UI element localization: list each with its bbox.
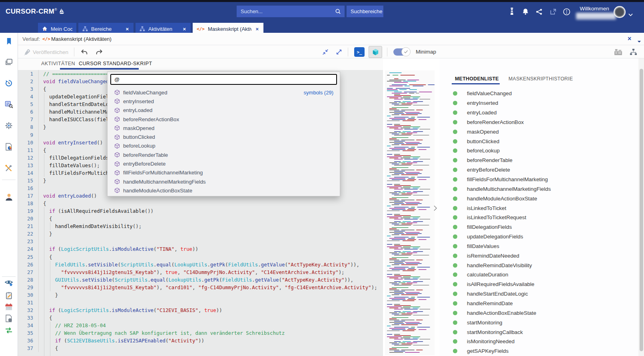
autocomplete-item-handleModuleActionBoxState[interactable]: handleModuleActionBoxState	[108, 186, 340, 195]
notifications-bell-icon[interactable]	[520, 7, 530, 16]
publish-rocket-icon[interactable]	[22, 47, 32, 57]
autocomplete-item-beforeLookup[interactable]: beforeLookup	[108, 142, 340, 150]
method-item-handleModuleActionBoxState[interactable]: handleModuleActionBoxState	[440, 194, 638, 203]
method-item-beforeRenderActionBox[interactable]: beforeRenderActionBox	[440, 118, 638, 127]
autocomplete-item-fillFieldsForMultichannelMarketing[interactable]: fillFieldsForMultichannelMarketing	[108, 168, 340, 177]
sidebar-item-eye-star-icon[interactable]	[2, 276, 16, 289]
autocomplete-item-fieldValueChanged[interactable]: fieldValueChangedsymbols (29)	[108, 88, 340, 97]
undo-icon[interactable]	[79, 47, 89, 57]
method-item-buttonClicked[interactable]: buttonClicked	[440, 136, 638, 146]
collapse-editor-icon[interactable]	[321, 47, 330, 57]
method-item-isLinkedToTicketRequest[interactable]: isLinkedToTicketRequest	[440, 213, 638, 222]
method-item-fieldValueChanged[interactable]: fieldValueChanged	[440, 89, 638, 98]
code-line-27[interactable]: 27 "fvvvvvvs8i41j1i2gtenu1S_Keytab"), tr…	[18, 268, 383, 276]
code-line-30[interactable]: 30 }	[18, 291, 383, 299]
close-icon[interactable]: ×	[628, 35, 631, 42]
editor-tab-aktivit-ten[interactable]: AKTIVITÄTEN	[41, 61, 75, 66]
sidebar-item-person-icon[interactable]	[2, 190, 16, 203]
code-line-32[interactable]: 32 if (LogicScriptUtils.isModuleActive("…	[18, 306, 383, 314]
console-terminal-icon[interactable]: >_	[354, 47, 365, 57]
method-item-handleRemindDate[interactable]: handleRemindDate	[440, 299, 638, 308]
sidebar-item-windows-icon[interactable]	[2, 56, 16, 68]
sidebar-item-report-doc-icon[interactable]	[2, 140, 16, 153]
scrollbar-thumb[interactable]	[640, 69, 643, 351]
code-line-33[interactable]: 33 {	[18, 314, 383, 322]
share-icon[interactable]	[534, 7, 544, 16]
code-line-26[interactable]: 26 FieldUtils.setVisible(ScriptUtils.equ…	[18, 261, 383, 268]
method-item-handleActionBoxEnableState[interactable]: handleActionBoxEnableState	[440, 308, 638, 318]
method-item-entryLoaded[interactable]: entryLoaded	[440, 108, 638, 118]
autocomplete-query-input[interactable]	[110, 74, 337, 85]
redo-icon[interactable]	[94, 47, 104, 57]
code-line-23[interactable]: 23	[18, 238, 383, 245]
lighthouse-icon[interactable]	[507, 7, 516, 16]
method-item-fillDelegationFields[interactable]: fillDelegationFields	[440, 222, 638, 232]
expand-editor-icon[interactable]	[334, 47, 344, 57]
code-line-28[interactable]: 28 GUIUtils.setVisible(ScriptUtils.equal…	[18, 276, 383, 284]
sidebar-item-search-doc-icon[interactable]	[2, 98, 16, 111]
info-menu-icon[interactable]	[562, 7, 571, 16]
method-item-isAllRequiredFieldsAvailable[interactable]: isAllRequiredFieldsAvailable	[440, 280, 638, 289]
method-item-isRemindDateNeeded[interactable]: isRemindDateNeeded	[440, 251, 638, 260]
org-chart-icon[interactable]	[628, 47, 638, 57]
method-item-handleStartEndDateLogic[interactable]: handleStartEndDateLogic	[440, 289, 638, 299]
minimap-toggle[interactable]	[393, 48, 409, 56]
autocomplete-item-beforeRenderTable[interactable]: beforeRenderTable	[108, 150, 340, 159]
method-item-beforeLookup[interactable]: beforeLookup	[440, 146, 638, 156]
history-dropdown-chevron-icon[interactable]	[637, 38, 641, 45]
sidebar-item-doc-gear-icon[interactable]	[2, 312, 16, 325]
publish-button[interactable]: Veröffentlichen	[33, 49, 68, 55]
search-input[interactable]	[237, 8, 335, 14]
code-line-20[interactable]: 20 {	[18, 215, 383, 222]
method-item-startMonitoring[interactable]: startMonitoring	[440, 318, 638, 327]
method-item-beforeRenderTable[interactable]: beforeRenderTable	[440, 156, 638, 165]
autocomplete-item-handleMultichannelMarketingFields[interactable]: handleMultichannelMarketingFields	[108, 177, 340, 186]
editor-tab-cursor-standard-skript[interactable]: CURSOR STANDARD-SKRIPT	[79, 61, 152, 66]
code-line-29[interactable]: 29 "fvvvvvvs8i41j1i2gtenu1S_Keytab"), "c…	[18, 284, 383, 291]
method-item-handleMultichannelMarketingFields[interactable]: handleMultichannelMarketingFields	[440, 184, 638, 194]
autocomplete-item-entryInserted[interactable]: entryInserted	[108, 97, 340, 106]
code-line-24[interactable]: 24 if (LogicScriptUtils.isModuleActive("…	[18, 245, 383, 253]
code-line-18[interactable]: 18{	[18, 200, 383, 207]
code-line-19[interactable]: 19 if (isAllRequiredFieldsAvailable())	[18, 207, 383, 215]
autocomplete-item-buttonClicked[interactable]: buttonClicked	[108, 132, 340, 141]
symbols-cube-toggle[interactable]	[369, 46, 382, 58]
method-item-isMonitoringNeeded[interactable]: isMonitoringNeeded	[440, 337, 638, 346]
code-line-36[interactable]: 36 if (SC12EVIBaseUtils.isEVI2SAPEnabled…	[18, 337, 383, 344]
sidebar-item-sync-arrows-icon[interactable]	[2, 324, 16, 337]
close-tab-icon[interactable]: ×	[255, 26, 259, 32]
method-item-updateDelegationFields[interactable]: updateDelegationFields	[440, 232, 638, 242]
sidebar-item-tools-icon[interactable]	[2, 162, 16, 174]
method-item-getSAPKeyFields[interactable]: getSAPKeyFields	[440, 346, 638, 356]
autocomplete-item-maskOpened[interactable]: maskOpened	[108, 124, 340, 132]
code-line-21[interactable]: 21 handleRemindDateVisibility();	[18, 222, 383, 230]
open-external-icon[interactable]	[548, 7, 558, 16]
panel-expand-chevron-icon[interactable]	[432, 202, 439, 214]
method-item-fillFieldsForMultichannelMarketing[interactable]: fillFieldsForMultichannelMarketing	[440, 175, 638, 184]
panel-tab-maskenskripthistorie[interactable]: MASKENSKRIPTHISTORIE	[508, 76, 573, 82]
close-tab-icon[interactable]: ×	[125, 26, 130, 32]
method-item-calculateDuration[interactable]: calculateDuration	[440, 270, 638, 280]
sidebar-item-history-icon[interactable]	[2, 77, 16, 90]
sidebar-item-process-gear-icon[interactable]	[2, 119, 16, 132]
autocomplete-item-entryLoaded[interactable]: entryLoaded	[108, 106, 340, 115]
method-item-entryInserted[interactable]: entryInserted	[440, 98, 638, 108]
method-item-handleRemindDateVisibility[interactable]: handleRemindDateVisibility	[440, 260, 638, 270]
code-minimap[interactable]	[385, 70, 435, 355]
method-item-isLinkedToTicket[interactable]: isLinkedToTicket	[440, 203, 638, 213]
code-line-25[interactable]: 25 {	[18, 253, 383, 261]
method-item-fillDateValues[interactable]: fillDateValues	[440, 242, 638, 251]
code-line-22[interactable]: 22 }	[18, 230, 383, 238]
method-item-entryBeforeDelete[interactable]: entryBeforeDelete	[440, 165, 638, 175]
code-line-37[interactable]: 37 {	[18, 344, 383, 352]
sidebar-item-calendar-icon[interactable]	[2, 300, 16, 313]
search-icon[interactable]	[335, 8, 345, 14]
method-item-startMonitoringCallback[interactable]: startMonitoringCallback	[440, 327, 638, 337]
code-line-34[interactable]: 34 // HRZ 2018-05-04	[18, 322, 383, 329]
user-menu-chevron-icon[interactable]	[628, 11, 633, 18]
method-item-maskOpened[interactable]: maskOpened	[440, 127, 638, 136]
code-line-35[interactable]: 35 // Wenn Übertragung nach SAP konfigur…	[18, 329, 383, 337]
autocomplete-item-beforeRenderActionBox[interactable]: beforeRenderActionBox	[108, 115, 340, 124]
panel-tab-methodenliste[interactable]: METHODENLISTE	[455, 76, 499, 82]
autocomplete-item-entryBeforeDelete[interactable]: entryBeforeDelete	[108, 159, 340, 168]
